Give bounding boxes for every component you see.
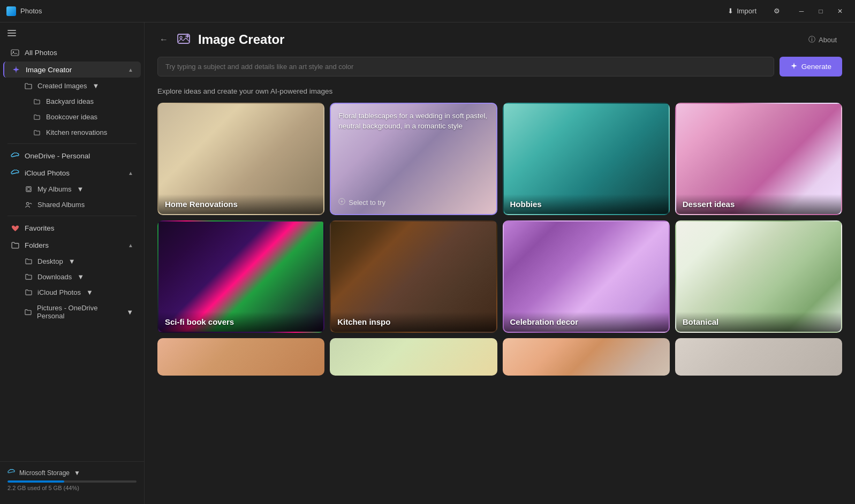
card-partial-3[interactable] [503,338,670,376]
shared-icon [25,201,32,209]
sidebar-divider-2 [7,216,137,216]
chevron-down-downloads: ▼ [77,273,84,281]
svg-point-7 [26,202,29,205]
storage-bar-background [7,480,137,483]
storage-chevron: ▼ [74,469,80,477]
chevron-up-icon-icloud: ▲ [128,170,133,176]
sidebar-item-pictures-onedrive[interactable]: Pictures - OneDrive Personal ▼ [3,301,141,323]
sidebar-item-desktop-label: Desktop [37,257,63,265]
image-grid-row2: Sci-fi book covers Kitchen inspo Celebra… [157,220,842,333]
sidebar-item-onedrive[interactable]: OneDrive - Personal [3,148,141,164]
folder-icon [25,273,32,281]
titlebar: Photos ⬇ Import ⚙ ─ □ ✕ [0,0,855,22]
card-partial-2[interactable] [330,338,497,376]
storage-detail-text: 2.2 GB used of 5 GB (44%) [7,485,137,491]
card-celebration-decor[interactable]: Celebration decor [503,220,670,333]
storage-title: Microsoft Storage [19,469,70,477]
select-try-label: Select to try [349,198,385,207]
storage-label: Microsoft Storage ▼ [7,468,137,477]
card-botanical-label: Botanical [676,312,841,332]
svg-rect-6 [27,188,30,191]
import-button[interactable]: ⬇ Import [723,5,761,17]
image-grid-bottom [157,338,842,376]
sidebar-item-bookcover-ideas[interactable]: Bookcover ideas [3,110,141,124]
search-input[interactable] [157,57,774,77]
svg-rect-3 [11,50,19,56]
card-partial-1[interactable] [157,338,324,376]
window-controls: ─ □ ✕ [793,4,849,19]
sidebar-item-icloud[interactable]: iCloud Photos ▲ [3,165,141,181]
storage-bar-fill [7,480,64,483]
card-partial-4[interactable] [675,338,842,376]
maximize-button[interactable]: □ [812,4,829,19]
folder-icon [25,258,32,265]
chevron-down-pictures: ▼ [126,308,133,316]
folder-icon [25,82,32,90]
sidebar-item-icloud-folder-label: iCloud Photos [37,288,81,296]
sidebar-item-image-creator-label: Image Creator [26,66,72,74]
storage-area[interactable]: Microsoft Storage ▼ 2.2 GB used of 5 GB … [0,461,144,495]
album-icon [25,186,32,193]
sidebar-item-favorites-label: Favorites [25,224,55,232]
sidebar-item-favorites[interactable]: Favorites [3,220,141,236]
hamburger-button[interactable] [0,22,144,44]
sidebar: All Photos Image Creator ▲ Created Image… [0,22,145,504]
sidebar-item-created-images[interactable]: Created Images ▼ [3,79,141,93]
card-floral-tablescapes[interactable]: Floral tablescapes for a wedding in soft… [330,103,497,215]
titlebar-controls: ⬇ Import ⚙ ─ □ ✕ [723,4,849,19]
close-button[interactable]: ✕ [831,4,849,19]
generate-label: Generate [801,63,831,71]
about-button[interactable]: ⓘ About [803,32,842,47]
sidebar-item-icloud-label: iCloud Photos [25,169,70,177]
sidebar-item-image-creator[interactable]: Image Creator ▲ [3,62,141,78]
folder-sub-icon [33,129,41,136]
chevron-up-icon: ▲ [128,67,133,73]
sidebar-item-my-albums-label: My Albums [37,185,72,193]
sidebar-item-backyard-ideas-label: Backyard ideas [46,97,94,105]
image-creator-header-icon [176,31,193,48]
search-input-wrap [157,57,774,77]
card-celebration-decor-label: Celebration decor [504,312,669,332]
generate-button[interactable]: Generate [780,57,842,77]
chevron-down-icloud-folder: ▼ [86,288,93,296]
chevron-right-icon: ▼ [77,185,84,193]
info-icon: ⓘ [808,35,815,44]
card-home-renovations[interactable]: Home Renovations [157,103,324,215]
sidebar-item-desktop[interactable]: Desktop ▼ [3,254,141,269]
card-floral-description: Floral tablescapes for a wedding in soft… [338,111,488,132]
settings-button[interactable]: ⚙ [769,5,784,17]
hamburger-icon [7,29,16,37]
sidebar-item-downloads[interactable]: Downloads ▼ [3,270,141,284]
generate-icon [790,62,798,71]
minimize-button[interactable]: ─ [793,4,810,19]
import-label: Import [737,7,756,15]
sidebar-item-shared-albums[interactable]: Shared Albums [3,197,141,212]
card-scifi-book-covers[interactable]: Sci-fi book covers [157,220,324,333]
cloud-storage-icon [7,468,15,477]
back-button[interactable]: ← [157,33,170,47]
svg-rect-2 [7,35,16,36]
card-kitchen-inspo[interactable]: Kitchen inspo [330,220,497,333]
card-dessert-ideas[interactable]: Dessert ideas [675,103,842,215]
sidebar-item-my-albums[interactable]: My Albums ▼ [3,182,141,196]
sidebar-item-backyard-ideas[interactable]: Backyard ideas [3,94,141,109]
folder-sub-icon [33,98,41,105]
sidebar-item-bookcover-ideas-label: Bookcover ideas [46,113,97,121]
sidebar-item-folders[interactable]: Folders ▲ [3,237,141,253]
sidebar-item-kitchen-renovations[interactable]: Kitchen renovations [3,125,141,140]
folder-icon [25,289,32,296]
image-grid: Home Renovations Floral tablescapes for … [157,103,842,215]
sidebar-item-icloud-folder[interactable]: iCloud Photos ▼ [3,285,141,300]
card-home-renovations-label: Home Renovations [158,194,323,214]
sidebar-item-pictures-onedrive-label: Pictures - OneDrive Personal [37,304,121,320]
card-hobbies[interactable]: Hobbies [503,103,670,215]
sidebar-divider-1 [7,143,137,144]
sidebar-item-all-photos[interactable]: All Photos [3,44,141,60]
card-dessert-ideas-label: Dessert ideas [676,194,841,214]
sparkle-try-icon [338,198,345,207]
folders-icon [11,241,19,249]
explore-label: Explore ideas and create your own AI-pow… [157,87,842,95]
svg-point-9 [180,36,182,39]
sidebar-item-onedrive-label: OneDrive - Personal [25,152,90,160]
card-botanical[interactable]: Botanical [675,220,842,333]
